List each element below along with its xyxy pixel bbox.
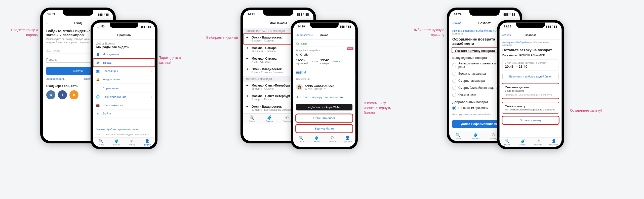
annotation-refund-btn: В самом низу кнопка «Вернуть билет» [364, 101, 396, 115]
bag-icon: 🧳 [96, 61, 100, 64]
tab-bar: 🔍Поиск 🧳Заказы ✆Помощь 👤Профиль [93, 137, 155, 147]
email-field[interactable]: Укажите почту На нее мы вышлем информаци… [502, 102, 559, 113]
arr-time: 19:42 [320, 58, 329, 62]
route-card: 7 мая Из Москвы (Внуково) в Самару 20:43… [502, 59, 559, 71]
menu-help[interactable]: ⓘ Справочная › [93, 84, 155, 93]
phone-profile: 14:53 ▮▮▮􀙇▮▮ Профиль Добрый день! Мы рад… [91, 20, 157, 149]
price: 9654 ₽ [293, 69, 355, 74]
tab-orders[interactable]: 🧳Заказы [261, 114, 278, 124]
people-icon: 👥 [96, 69, 100, 73]
menu-orders[interactable]: 🧳 Заказы › [93, 59, 155, 67]
submit-button[interactable]: Оставить заявку [502, 116, 559, 124]
status-badge: Оплачен [296, 42, 307, 45]
tab-profile[interactable]: 👤Профиль [546, 137, 562, 147]
menu-passengers[interactable]: 👥 Пассажиры › [93, 67, 155, 75]
menu-my-data[interactable]: 👤 Мои данные › [93, 50, 155, 59]
wallet-icon: 🎟 [308, 106, 310, 108]
breadcrumb: а возврата › Выбор билета › Оформление в… [499, 39, 561, 48]
chevron-right-icon: › [151, 61, 152, 64]
annotation-email: Вводите почту и пароль [5, 28, 38, 37]
menu-vacancies[interactable]: 💼 Наши вакансии › [93, 101, 155, 109]
ok-icon[interactable]: ò [69, 90, 78, 99]
baggage-badge: ✓Багаж [331, 60, 340, 63]
tab-search[interactable]: 🔍Поиск [293, 134, 309, 143]
back-button[interactable]: ‹ Мои заказы [296, 33, 313, 36]
download-icon: ⬇ [296, 95, 299, 99]
annotation-reason: Выбираете нужную причину [412, 28, 444, 37]
info-icon: ⓘ [96, 86, 100, 90]
annotation-choose: Выбираете нужный [206, 35, 238, 40]
avatar-icon: 👩 [296, 84, 303, 91]
copyright: © 2017 – 2020, ООО «Глобус Медиа» · Верс… [93, 132, 155, 137]
back-button[interactable]: ‹ Заказ [502, 33, 511, 36]
tab-profile[interactable]: 👤Профиль [340, 134, 355, 143]
tab-profile[interactable]: 👤Профиль [140, 137, 155, 147]
menu-notifications[interactable]: 🔔 Уведомления › [93, 75, 155, 84]
tab-orders[interactable]: 🧳Заказы [309, 134, 324, 143]
carrier-icon: U [296, 53, 298, 56]
greet-1: Добрый день! [96, 42, 152, 45]
phone-order-detail: 14:29▮▮▮􀙇▮▮ ‹ Мои заказы Заказ Оплачен F… [291, 20, 358, 149]
tab-orders[interactable]: 🧳Заказы [467, 131, 485, 141]
back-button[interactable]: ‹ Заказ [452, 21, 461, 25]
tab-help[interactable]: ✆Помощь [531, 137, 546, 147]
briefcase-icon: 💼 [96, 104, 100, 107]
globe-icon: 🌐 [96, 95, 100, 98]
annotation-submit: Оставляете заявку! [570, 108, 602, 113]
apple-wallet-button[interactable]: 🎟 Добавить в Apple Wallet [296, 104, 352, 111]
forgot-link[interactable]: Забыл пароль [46, 77, 65, 80]
annotation-orders: Переходите в заказы! [158, 55, 191, 65]
download-link[interactable]: ⬇ Скачать маршрутные квитанции [293, 93, 355, 101]
person-icon: 👤 [96, 53, 100, 56]
pax-label: Пассажир [293, 74, 355, 82]
tab-search[interactable]: 🔍Поиск [449, 131, 467, 141]
greet-2: Мы рады вас видеть. [96, 45, 152, 49]
tab-search[interactable]: 🔍Поиск [499, 137, 515, 147]
phone-refund-request: 13:15▮▮▮􀙇▮▮ ‹ Заказ Возврат а возврата ›… [497, 20, 564, 149]
menu-language[interactable]: 🌐 Язык приложения › [93, 93, 155, 101]
refund-button[interactable]: Вернуть билет [296, 125, 352, 132]
tab-help[interactable]: ✆Помощь [124, 137, 140, 147]
pax-name: GONCHAROVA ANNA [519, 54, 545, 57]
tab-orders[interactable]: 🧳Заказы [515, 137, 531, 147]
page-title: Оставьте заявку на возврат [499, 48, 561, 53]
navbar-profile: Профиль [93, 31, 155, 39]
tab-orders[interactable]: 🧳Заказы [108, 137, 124, 147]
flight-details-label: Подробности о рейсе [296, 49, 352, 51]
vk-icon[interactable]: w [46, 90, 55, 99]
details-field[interactable]: Уточните детали Ваше сообщение Например,… [502, 84, 559, 99]
bell-icon: 🔔 [96, 78, 100, 81]
menu-exit[interactable]: ⎋ Выйти [93, 109, 155, 118]
tab-search[interactable]: 🔍Поиск [243, 114, 261, 124]
plane-icon: ✈ [246, 36, 250, 39]
facebook-icon[interactable]: f [58, 90, 67, 99]
exchange-button[interactable]: Обменять билет [296, 114, 352, 122]
carrier-name: Ютэйр [300, 53, 308, 56]
duration: 2ч 16м [310, 60, 318, 63]
tab-search[interactable]: 🔍Поиск [93, 137, 109, 147]
chevron-right-icon: › [151, 53, 152, 56]
close-icon[interactable]: ✕ [45, 21, 48, 25]
fake-badge: Fake [347, 47, 353, 50]
policy-link[interactable]: Политика обработки персональных данных [93, 127, 155, 132]
exit-icon: ⎋ [96, 112, 100, 115]
tab-help[interactable]: ✆Помощь [324, 134, 340, 143]
change-ticket-button[interactable]: Вернуться и выбрать другой билет [502, 73, 559, 80]
dep-time: 16:26 [296, 58, 308, 62]
passenger-row[interactable]: 👩 ANNA GONCHAROVA 29 лет. Паспорт РФ › [293, 81, 355, 93]
pax-label: Пассажиры: [502, 54, 518, 57]
